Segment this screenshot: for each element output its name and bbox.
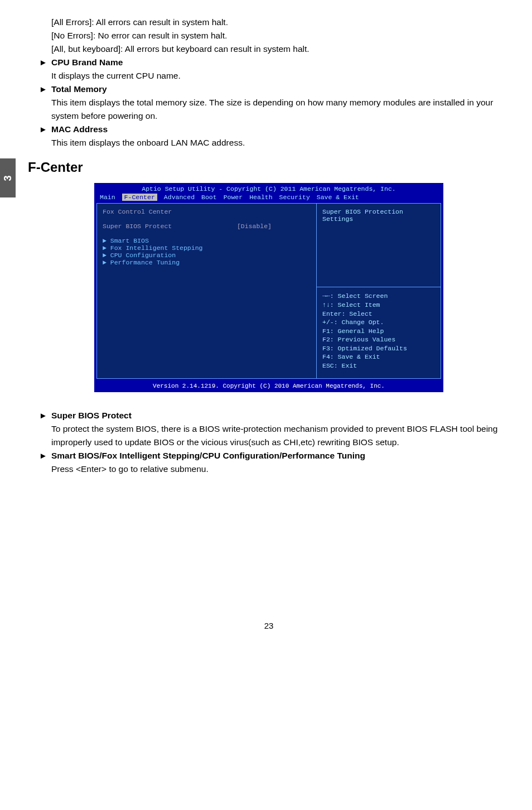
bios-menu-advanced[interactable]: Advanced xyxy=(164,194,195,201)
help-line: →←: Select Screen xyxy=(322,292,435,301)
item-desc: This item displays the onboard LAN MAC a… xyxy=(39,136,499,150)
bios-submenu-cpu-config[interactable]: ► CPU Configuration xyxy=(103,252,311,259)
bios-body: Fox Control Center Super BIOS Protect [D… xyxy=(96,203,441,379)
help-line: ↑↓: Select Item xyxy=(322,301,435,310)
side-tab: 3 xyxy=(0,158,16,197)
bios-menu-security[interactable]: Security xyxy=(279,194,310,201)
triangle-icon: ► xyxy=(39,123,51,136)
bios-help-title: Super BIOS Protection Settings xyxy=(317,204,441,287)
intro-line-2: [No Errors]: No error can result in syst… xyxy=(39,29,499,42)
item-title: Total Memory xyxy=(51,83,107,96)
item-mac-address: ► MAC Address xyxy=(39,123,499,136)
item-title: MAC Address xyxy=(51,123,108,136)
item-desc: This item displays the total memory size… xyxy=(39,96,499,123)
help-line: Enter: Select xyxy=(322,310,435,319)
bios-left-pane: Fox Control Center Super BIOS Protect [D… xyxy=(97,204,317,378)
side-tab-number: 3 xyxy=(2,175,13,181)
bios-title: Aptio Setup Utility - Copyright (C) 2011… xyxy=(100,185,438,192)
bios-help-keys: →←: Select Screen ↑↓: Select Item Enter:… xyxy=(317,287,441,378)
item-title: Smart BIOS/Fox Intelligent Stepping/CPU … xyxy=(51,449,365,462)
item-super-bios-protect: ► Super BIOS Protect xyxy=(39,409,499,422)
intro-line-1: [All Errors]: All errors can result in s… xyxy=(39,16,499,29)
bios-menu-boot[interactable]: Boot xyxy=(201,194,217,201)
bios-section-title: Fox Control Center xyxy=(103,208,311,215)
help-line: F4: Save & Exit xyxy=(322,353,435,361)
item-desc: Press <Enter> to go to relative submenu. xyxy=(39,462,499,476)
bios-menu-fcenter[interactable]: F-Center xyxy=(122,194,157,201)
bios-option-name: Super BIOS Protect xyxy=(103,223,172,230)
bios-menu-saveexit[interactable]: Save & Exit xyxy=(317,194,359,201)
bios-option-row[interactable]: Super BIOS Protect [Disable] xyxy=(103,223,311,230)
triangle-icon: ► xyxy=(39,83,51,95)
item-cpu-brand: ► CPU Brand Name xyxy=(39,56,499,69)
bios-menu-power[interactable]: Power xyxy=(224,194,243,201)
item-total-memory: ► Total Memory xyxy=(39,83,499,96)
bios-footer: Version 2.14.1219. Copyright (C) 2010 Am… xyxy=(94,381,443,392)
bios-option-value: [Disable] xyxy=(237,223,272,230)
bios-menu-bar: Main F-Center Advanced Boot Power Health… xyxy=(94,192,443,203)
help-line: F1: General Help xyxy=(322,327,435,336)
bios-submenu-fox-intelligent[interactable]: ► Fox Intelligent Stepping xyxy=(103,244,311,252)
intro-line-3: [All, but keyboard]: All errors but keyb… xyxy=(39,42,499,56)
section-heading: F-Center xyxy=(28,160,499,175)
item-smart-bios-group: ► Smart BIOS/Fox Intelligent Stepping/CP… xyxy=(39,449,499,462)
bios-submenu-performance[interactable]: ► Performance Tuning xyxy=(103,259,311,266)
bios-screenshot: Aptio Setup Utility - Copyright (C) 2011… xyxy=(94,183,443,392)
help-line: F3: Optimized Defaults xyxy=(322,344,435,353)
help-line: +/-: Change Opt. xyxy=(322,318,435,327)
triangle-icon: ► xyxy=(39,56,51,69)
bios-menu-health[interactable]: Health xyxy=(249,194,272,201)
bios-menu-main[interactable]: Main xyxy=(100,194,115,201)
item-title: Super BIOS Protect xyxy=(51,409,132,422)
page-number: 23 xyxy=(39,621,499,630)
item-desc: It displays the current CPU name. xyxy=(39,69,499,83)
bios-submenu-smart-bios[interactable]: ► Smart BIOS xyxy=(103,237,311,244)
triangle-icon: ► xyxy=(39,449,51,462)
item-desc: To protect the system BIOS, there is a B… xyxy=(39,422,499,449)
help-line: F2: Previous Values xyxy=(322,335,435,344)
item-title: CPU Brand Name xyxy=(51,56,123,69)
bios-header: Aptio Setup Utility - Copyright (C) 2011… xyxy=(94,183,443,192)
help-line: ESC: Exit xyxy=(322,361,435,370)
bios-right-pane: Super BIOS Protection Settings →←: Selec… xyxy=(317,204,441,378)
triangle-icon: ► xyxy=(39,409,51,422)
